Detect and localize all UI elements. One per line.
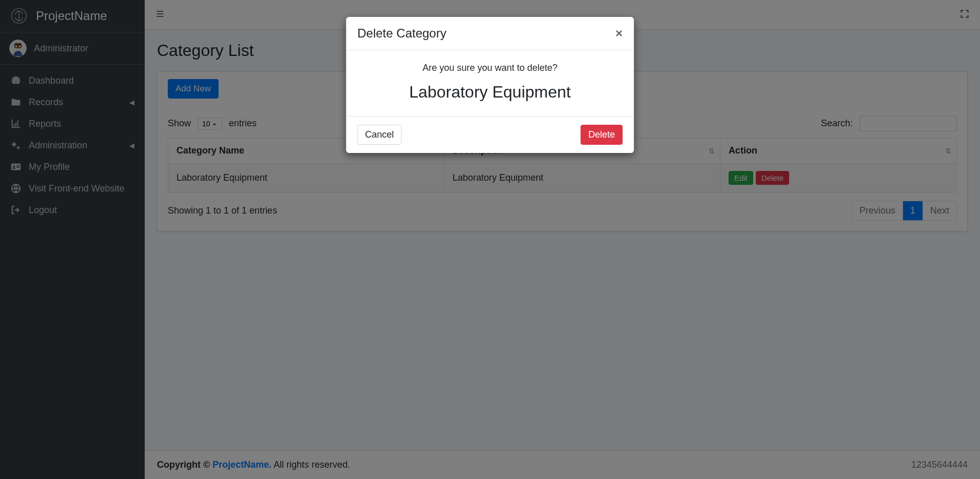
modal-question: Are you sure you want to delete? bbox=[358, 63, 623, 73]
modal-item-name: Laboratory Equipment bbox=[358, 83, 623, 102]
modal-footer: Cancel Delete bbox=[346, 116, 634, 153]
modal-cancel-button[interactable]: Cancel bbox=[358, 125, 402, 145]
delete-category-modal: Delete Category × Are you sure you want … bbox=[346, 17, 634, 153]
modal-title: Delete Category bbox=[358, 26, 446, 41]
modal-close-button[interactable]: × bbox=[615, 27, 622, 40]
modal-body: Are you sure you want to delete? Laborat… bbox=[346, 50, 634, 116]
modal-delete-button[interactable]: Delete bbox=[580, 125, 622, 145]
modal-header: Delete Category × bbox=[346, 17, 634, 50]
